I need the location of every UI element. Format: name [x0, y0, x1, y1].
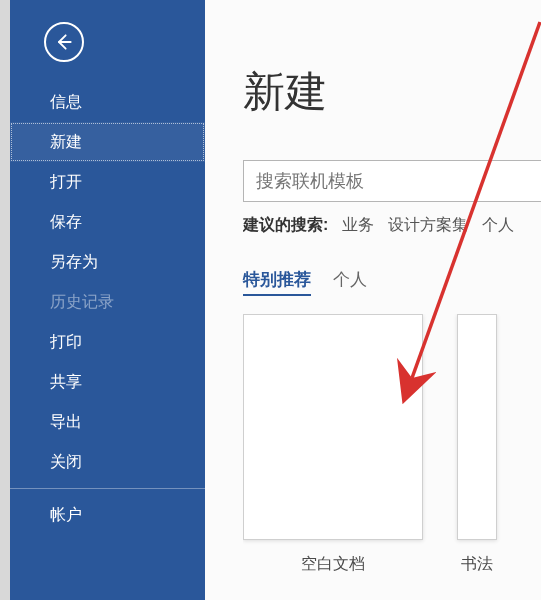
menu-divider: [10, 488, 205, 489]
suggested-searches: 建议的搜索: 业务 设计方案集 个人: [243, 215, 541, 236]
menu-print[interactable]: 打印: [10, 322, 205, 362]
menu-account[interactable]: 帐户: [10, 495, 205, 535]
app-frame: 信息 新建 打开 保存 另存为 历史记录 打印 共享 导出 关闭 帐户 新建 建…: [10, 0, 541, 600]
template-gallery: 空白文档 书法: [243, 314, 541, 575]
suggested-link-3[interactable]: 个人: [482, 215, 514, 236]
template-tabs: 特别推荐 个人: [243, 268, 367, 296]
suggested-label: 建议的搜索:: [243, 215, 328, 236]
backstage-sidebar: 信息 新建 打开 保存 另存为 历史记录 打印 共享 导出 关闭 帐户: [10, 0, 205, 600]
arrow-left-icon: [54, 32, 74, 52]
template-search-box[interactable]: [243, 160, 541, 202]
back-button[interactable]: [44, 22, 84, 62]
menu-info[interactable]: 信息: [10, 82, 205, 122]
tab-personal[interactable]: 个人: [333, 268, 367, 296]
template-search-input[interactable]: [244, 161, 541, 201]
suggested-link-2[interactable]: 设计方案集: [388, 215, 468, 236]
menu-export[interactable]: 导出: [10, 402, 205, 442]
template-thumbnail: [457, 314, 497, 540]
template-item-2[interactable]: 书法: [457, 314, 497, 575]
template-blank-document[interactable]: 空白文档: [243, 314, 423, 575]
menu-open[interactable]: 打开: [10, 162, 205, 202]
menu-share[interactable]: 共享: [10, 362, 205, 402]
menu-new[interactable]: 新建: [10, 122, 205, 162]
template-thumbnail: [243, 314, 423, 540]
suggested-link-1[interactable]: 业务: [342, 215, 374, 236]
menu-close[interactable]: 关闭: [10, 442, 205, 482]
template-label: 空白文档: [301, 554, 365, 575]
menu-save[interactable]: 保存: [10, 202, 205, 242]
main-pane: 新建 建议的搜索: 业务 设计方案集 个人 特别推荐 个人 空白文档 书法: [205, 0, 541, 600]
template-label: 书法: [461, 554, 493, 575]
tab-featured[interactable]: 特别推荐: [243, 268, 311, 296]
page-title: 新建: [243, 64, 327, 120]
menu-history: 历史记录: [10, 282, 205, 322]
backstage-menu: 信息 新建 打开 保存 另存为 历史记录 打印 共享 导出 关闭 帐户: [10, 82, 205, 535]
menu-saveas[interactable]: 另存为: [10, 242, 205, 282]
